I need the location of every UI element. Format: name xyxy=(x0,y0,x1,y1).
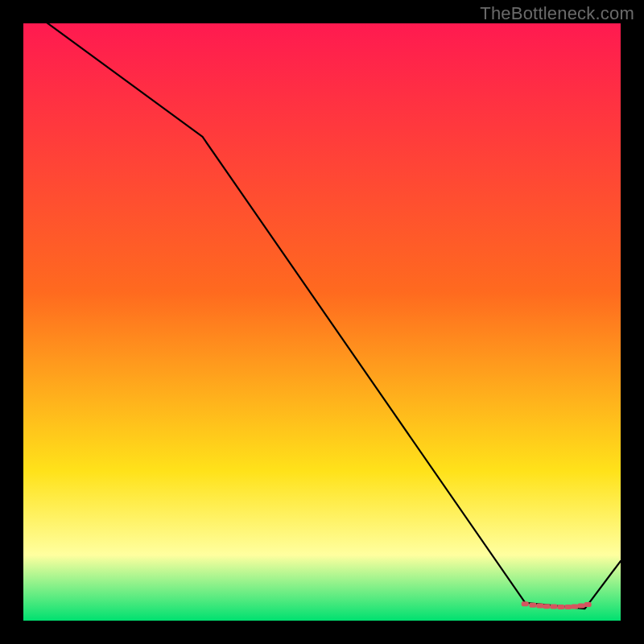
marker-dot xyxy=(571,605,578,609)
marker-dot xyxy=(536,603,543,608)
watermark-text: TheBottleneck.com xyxy=(480,3,634,24)
marker-dot xyxy=(578,603,585,608)
data-overlay xyxy=(23,23,621,621)
marker-dot xyxy=(557,605,564,609)
marker-dot xyxy=(529,603,536,608)
marker-dot xyxy=(564,605,572,609)
marker-dot xyxy=(543,604,550,609)
bottleneck-curve xyxy=(23,23,621,609)
chart-frame: TheBottleneck.com xyxy=(0,0,644,644)
marker-dot xyxy=(522,601,529,606)
plot-area xyxy=(23,23,621,621)
marker-dot xyxy=(584,602,592,607)
marker-dot xyxy=(550,605,557,609)
